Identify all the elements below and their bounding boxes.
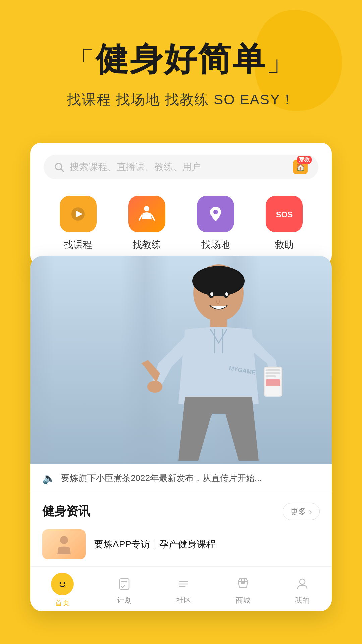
tab-home[interactable]: 首页	[51, 573, 74, 608]
community-tab-icon	[175, 575, 192, 593]
news-item-title: 要炼APP专访｜孕产健身课程	[94, 538, 216, 551]
profile-icon-svg	[295, 577, 310, 591]
fitness-person: MYGAME	[125, 263, 312, 464]
news-thumbnail	[42, 529, 86, 559]
app-video-card: MYGAME	[30, 256, 332, 611]
news-item[interactable]: 要炼APP专访｜孕产健身课程	[42, 529, 320, 559]
svg-point-9	[213, 210, 218, 214]
shop-icon-svg	[236, 577, 250, 591]
svg-rect-19	[266, 375, 276, 377]
tab-bar: 首页 计划	[30, 566, 332, 611]
sos-icon-svg: SOS	[274, 204, 294, 224]
notification-icon-container[interactable]: 🏠 芽救	[290, 157, 310, 177]
community-icon-svg	[176, 577, 191, 591]
sos-icon: SOS	[266, 196, 303, 232]
tab-profile-label: 我的	[295, 595, 310, 605]
speaker-icon: 🔈	[42, 472, 56, 485]
svg-point-27	[56, 578, 68, 590]
news-thumb-icon	[52, 533, 76, 556]
search-bar[interactable]: 搜索课程、直播课、教练、用户 🏠 芽救	[44, 155, 318, 179]
more-button[interactable]: 更多 ›	[283, 503, 320, 520]
svg-point-14	[147, 381, 162, 393]
svg-point-38	[300, 579, 305, 584]
quick-actions: 找课程 找教练	[44, 196, 318, 251]
svg-rect-37	[242, 579, 244, 583]
action-find-trainer[interactable]: 找教练	[128, 196, 165, 251]
tab-community-label: 社区	[176, 595, 191, 605]
find-trainer-icon	[128, 196, 165, 232]
svg-point-28	[60, 582, 61, 584]
chevron-right-icon: ›	[309, 506, 312, 517]
tab-plan-label: 计划	[117, 595, 132, 605]
home-tab-icon	[51, 573, 74, 595]
svg-rect-18	[266, 372, 280, 374]
tab-profile[interactable]: 我的	[294, 575, 311, 605]
news-header: 健身资讯 更多 ›	[42, 503, 320, 520]
search-placeholder: 搜索课程、直播课、教练、用户	[70, 161, 201, 173]
tab-home-label: 首页	[55, 598, 70, 608]
news-section-title: 健身资讯	[42, 503, 90, 520]
bracket-open: 「	[67, 46, 96, 76]
svg-line-8	[152, 215, 154, 220]
svg-text:SOS: SOS	[276, 210, 293, 219]
bracket-close: 」	[266, 46, 295, 76]
app-top-card: 搜索课程、直播课、教练、用户 🏠 芽救 找课程	[30, 143, 332, 266]
tab-community[interactable]: 社区	[175, 575, 192, 605]
svg-point-25	[225, 292, 228, 296]
notification-text: 要炼旗下小臣煮茶2022年最新发布，从宣传片开始...	[61, 472, 262, 484]
hero-title: 「健身好简单」	[20, 40, 342, 78]
action-sos[interactable]: SOS 救助	[266, 196, 303, 251]
video-area: MYGAME	[30, 256, 332, 464]
action-find-course[interactable]: 找课程	[60, 196, 97, 251]
svg-point-12	[192, 266, 245, 296]
venue-icon-svg	[205, 204, 226, 224]
svg-point-26	[60, 536, 68, 544]
svg-rect-20	[266, 379, 280, 386]
hero-subtitle: 找课程 找场地 找教练 SO EASY！	[20, 90, 342, 109]
hero-section: 「健身好简单」 找课程 找场地 找教练 SO EASY！	[0, 0, 362, 129]
svg-line-7	[139, 215, 142, 220]
find-venue-icon	[197, 196, 234, 232]
trainer-icon-svg	[136, 203, 158, 225]
home-smiley-icon	[56, 578, 69, 590]
svg-point-6	[144, 206, 149, 211]
profile-tab-icon	[294, 575, 311, 593]
svg-line-1	[61, 169, 63, 171]
svg-rect-17	[266, 369, 280, 371]
more-label: 更多	[290, 506, 306, 517]
svg-text:🏠: 🏠	[296, 163, 305, 172]
svg-rect-13	[210, 316, 227, 329]
action-label-venue: 找场地	[201, 238, 230, 251]
svg-point-29	[64, 582, 65, 584]
tab-shop[interactable]: 商城	[234, 575, 252, 605]
find-course-icon	[60, 196, 97, 232]
notification-bar: 🔈 要炼旗下小臣煮茶2022年最新发布，从宣传片开始...	[30, 464, 332, 493]
action-label-trainer: 找教练	[133, 238, 161, 251]
svg-point-24	[210, 292, 213, 296]
notification-badge: 芽救	[297, 156, 312, 164]
plan-tab-icon	[116, 575, 133, 593]
action-label-sos: 救助	[275, 238, 294, 251]
shop-tab-icon	[234, 575, 252, 593]
tab-shop-label: 商城	[236, 595, 250, 605]
search-icon	[54, 162, 64, 172]
action-label-course: 找课程	[64, 238, 92, 251]
course-icon-svg	[68, 204, 88, 224]
app-mockup: 搜索课程、直播课、教练、用户 🏠 芽救 找课程	[30, 143, 332, 632]
tab-plan[interactable]: 计划	[116, 575, 133, 605]
action-find-venue[interactable]: 找场地	[197, 196, 234, 251]
plan-icon-svg	[117, 577, 132, 591]
news-section: 健身资讯 更多 › 要炼APP专访｜孕产健身课程	[30, 493, 332, 566]
